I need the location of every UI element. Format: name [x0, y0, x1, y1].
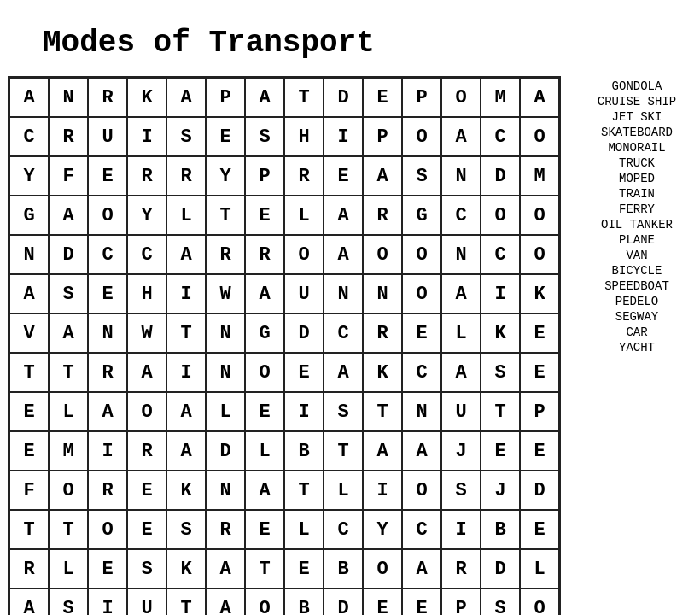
- grid-cell-11-0: T: [9, 510, 49, 549]
- grid-cell-12-1: L: [49, 549, 88, 589]
- grid-cell-5-1: S: [49, 274, 88, 313]
- grid-cell-5-5: W: [206, 274, 245, 313]
- grid-cell-4-5: R: [206, 235, 245, 274]
- grid-cell-5-8: N: [324, 274, 363, 313]
- grid-cell-9-2: I: [88, 431, 127, 471]
- word-list-item: CAR: [626, 325, 647, 339]
- grid-cell-2-8: E: [324, 156, 363, 196]
- grid-cell-10-11: S: [441, 471, 481, 510]
- grid-cell-8-10: N: [402, 392, 441, 431]
- grid-cell-9-8: T: [324, 431, 363, 471]
- word-list-item: SPEEDBOAT: [604, 279, 669, 293]
- grid-cell-5-10: O: [402, 274, 441, 313]
- grid-cell-6-2: N: [88, 313, 127, 353]
- grid-cell-8-11: U: [441, 392, 481, 431]
- word-list-item: SKATEBOARD: [601, 126, 673, 139]
- grid-cell-3-9: R: [363, 196, 402, 235]
- grid-cell-12-11: R: [441, 549, 481, 589]
- grid-cell-11-9: Y: [363, 510, 402, 549]
- grid-cell-2-7: R: [284, 156, 324, 196]
- grid-cell-5-4: I: [166, 274, 206, 313]
- word-list-item: CRUISE SHIP: [598, 95, 676, 108]
- grid-cell-4-1: D: [49, 235, 88, 274]
- grid-cell-7-12: S: [481, 353, 520, 392]
- grid-cell-5-3: H: [127, 274, 166, 313]
- grid-row: ELAOALEISTNUTP: [9, 392, 559, 431]
- grid-cell-1-7: H: [284, 117, 324, 156]
- grid-cell-8-3: O: [127, 392, 166, 431]
- grid-cell-13-9: E: [363, 589, 402, 615]
- grid-cell-2-0: Y: [9, 156, 49, 196]
- grid-cell-3-5: T: [206, 196, 245, 235]
- grid-cell-12-4: K: [166, 549, 206, 589]
- grid-cell-8-2: A: [88, 392, 127, 431]
- grid-cell-9-9: A: [363, 431, 402, 471]
- grid-cell-9-12: E: [481, 431, 520, 471]
- grid-cell-2-10: S: [402, 156, 441, 196]
- grid-cell-8-9: T: [363, 392, 402, 431]
- grid-cell-1-4: S: [166, 117, 206, 156]
- grid-row: RLESKATEBOARDL: [9, 549, 559, 589]
- word-list-item: YACHT: [619, 341, 655, 354]
- grid-cell-6-0: V: [9, 313, 49, 353]
- grid-cell-1-5: E: [206, 117, 245, 156]
- grid-cell-5-2: E: [88, 274, 127, 313]
- grid-cell-10-6: A: [245, 471, 284, 510]
- grid-cell-6-8: C: [324, 313, 363, 353]
- grid-cell-13-12: S: [481, 589, 520, 615]
- grid-cell-7-9: K: [363, 353, 402, 392]
- grid-cell-4-3: C: [127, 235, 166, 274]
- grid-cell-4-12: C: [481, 235, 520, 274]
- grid-cell-0-0: A: [9, 78, 49, 117]
- grid-cell-9-10: A: [402, 431, 441, 471]
- grid-cell-12-10: A: [402, 549, 441, 589]
- page-title: Modes of Transport: [43, 26, 375, 61]
- grid-cell-1-0: C: [9, 117, 49, 156]
- grid-row: GAOYLTELARGCOO: [9, 196, 559, 235]
- grid-cell-11-8: C: [324, 510, 363, 549]
- grid-cell-4-0: N: [9, 235, 49, 274]
- grid-cell-8-6: E: [245, 392, 284, 431]
- grid-cell-10-0: F: [9, 471, 49, 510]
- main-content: ANRKAPATDEPOMACRUISESHIPOACOYFERRYPREASN…: [8, 76, 692, 615]
- grid-row: EMIRADLBTAAJEE: [9, 431, 559, 471]
- grid-cell-9-6: L: [245, 431, 284, 471]
- grid-cell-11-2: O: [88, 510, 127, 549]
- grid-cell-2-3: R: [127, 156, 166, 196]
- grid-cell-0-12: M: [481, 78, 520, 117]
- grid-cell-9-7: B: [284, 431, 324, 471]
- grid-cell-5-6: A: [245, 274, 284, 313]
- grid-cell-2-11: N: [441, 156, 481, 196]
- grid-cell-1-10: O: [402, 117, 441, 156]
- grid-cell-4-6: R: [245, 235, 284, 274]
- grid-cell-12-5: A: [206, 549, 245, 589]
- grid-cell-8-5: L: [206, 392, 245, 431]
- grid-cell-0-10: P: [402, 78, 441, 117]
- grid-cell-8-0: E: [9, 392, 49, 431]
- grid-cell-3-8: A: [324, 196, 363, 235]
- grid-cell-11-11: I: [441, 510, 481, 549]
- grid-cell-12-8: B: [324, 549, 363, 589]
- grid-row: TTRAINOEAKCASE: [9, 353, 559, 392]
- grid-cell-6-7: D: [284, 313, 324, 353]
- grid-cell-11-10: C: [402, 510, 441, 549]
- grid-cell-3-2: O: [88, 196, 127, 235]
- grid-cell-13-1: S: [49, 589, 88, 615]
- grid-cell-0-1: N: [49, 78, 88, 117]
- grid-cell-11-3: E: [127, 510, 166, 549]
- grid-cell-1-13: O: [520, 117, 559, 156]
- grid-cell-2-5: Y: [206, 156, 245, 196]
- grid-cell-10-13: D: [520, 471, 559, 510]
- grid-cell-0-6: A: [245, 78, 284, 117]
- grid-cell-7-1: T: [49, 353, 88, 392]
- grid-cell-8-1: L: [49, 392, 88, 431]
- grid-cell-7-0: T: [9, 353, 49, 392]
- grid-cell-7-13: E: [520, 353, 559, 392]
- grid-row: ASIUTAOBDEEPSO: [9, 589, 559, 615]
- word-list: GONDOLACRUISE SHIPJET SKISKATEBOARDMONOR…: [581, 76, 692, 354]
- word-list-item: FERRY: [619, 202, 655, 216]
- grid-cell-3-1: A: [49, 196, 88, 235]
- grid-cell-10-4: K: [166, 471, 206, 510]
- grid-cell-6-3: W: [127, 313, 166, 353]
- grid-cell-7-11: A: [441, 353, 481, 392]
